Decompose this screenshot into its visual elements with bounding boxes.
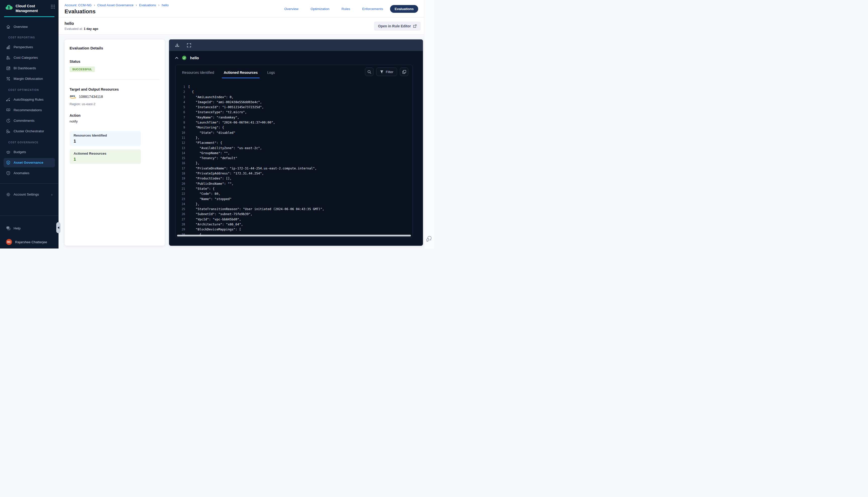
details-heading: Evaluation Details <box>70 46 160 51</box>
code-line: 20 "PublicDnsName": "", <box>176 181 412 186</box>
breadcrumb-link[interactable]: Evaluations <box>139 3 156 7</box>
fullscreen-icon[interactable] <box>187 43 191 47</box>
breadcrumb-link[interactable]: hello <box>162 3 169 7</box>
code-text: [ <box>188 84 190 89</box>
piggy-bank-icon: $ <box>6 150 11 154</box>
chevron-up-icon[interactable] <box>175 57 178 59</box>
code-line: 28 "Architecture": "x86_64", <box>176 222 412 227</box>
code-text: "State": "disabled" <box>188 130 235 135</box>
sidebar-collapse-handle[interactable] <box>56 222 60 233</box>
line-number: 25 <box>176 207 188 212</box>
line-number: 16 <box>176 161 188 166</box>
breadcrumb-separator-icon: › <box>158 3 159 7</box>
code-text: "Code": 80, <box>188 191 220 196</box>
sidebar-item-commitments[interactable]: Commitments <box>3 116 55 126</box>
code-editor[interactable]: 1 [ 2 { 3 "AmiLaunchIndex": 0, 4 "ImageI… <box>176 78 412 237</box>
viewer-tab[interactable]: Resources Identified <box>182 68 214 78</box>
sidebar-item-label: Perspectives <box>14 45 33 49</box>
breadcrumb-link[interactable]: Account: CCM-NG <box>65 3 92 7</box>
success-check-icon <box>182 56 186 60</box>
home-icon <box>6 25 11 29</box>
evaluation-output-panel: hello Resources Identified Actioned Reso… <box>169 39 423 246</box>
sidebar-item-help[interactable]: ? Help <box>3 223 55 233</box>
avatar: RC <box>6 239 12 245</box>
header-nav-tab[interactable]: Rules <box>341 7 350 11</box>
search-icon[interactable] <box>365 68 374 76</box>
filter-button[interactable]: Filter <box>376 68 397 76</box>
code-line: 13 "AvailabilityZone": "us-east-2c", <box>176 146 412 151</box>
code-text: "Tenancy": "default" <box>188 156 237 161</box>
module-grid-icon[interactable] <box>51 4 55 9</box>
sidebar-item-autostopping-rules[interactable]: AutoStopping Rules <box>3 95 55 104</box>
code-text: "PrivateIpAddress": "172.31.44.254", <box>188 171 264 176</box>
viewer-tab[interactable]: Logs <box>267 68 275 78</box>
breadcrumb-segment: Cloud Asset Governance › <box>97 3 137 7</box>
code-line: 11 }, <box>176 135 412 140</box>
code-line: 3 "AmiLaunchIndex": 0, <box>176 95 412 100</box>
status-label: Status <box>70 59 160 63</box>
user-menu[interactable]: RC Rajarshee Chatterjee <box>3 238 55 246</box>
line-number: 15 <box>176 156 188 161</box>
sidebar-item-bi-dashboards[interactable]: BI Dashboards <box>3 63 55 73</box>
collapse-arrow-icon <box>57 226 59 229</box>
evaluated-at: Evaluated at: 1 day ago <box>65 27 98 31</box>
sidebar-item-label: Commitments <box>14 119 34 123</box>
evaluation-row: hello <box>169 51 423 65</box>
sidebar-item-recommendations[interactable]: Recommendations <box>3 105 55 115</box>
gear-icon <box>6 192 11 197</box>
header-nav-tab[interactable]: Optimization <box>310 7 329 11</box>
code-text: { <box>188 89 194 94</box>
header-nav-tab[interactable]: Evaluations <box>390 5 418 13</box>
header-nav-tab[interactable]: Enforcements <box>362 7 383 11</box>
chevron-right-icon: › <box>51 192 53 197</box>
header-nav-tab[interactable]: Overview <box>284 7 298 11</box>
sidebar-item-budgets[interactable]: $ Budgets <box>3 147 55 157</box>
line-number: 29 <box>176 227 188 232</box>
copy-icon[interactable] <box>400 68 408 76</box>
code-text: "LaunchTime": "2024-06-06T04:41:37+00:00… <box>188 120 275 125</box>
code-line: 14 "GroupName": "", <box>176 151 412 156</box>
code-line: 9 "Monitoring": { <box>176 125 412 130</box>
support-chat-icon[interactable] <box>426 236 433 242</box>
download-icon[interactable] <box>175 43 179 47</box>
sidebar-item-label: AutoStopping Rules <box>14 98 43 101</box>
sidebar-item-label: Help <box>14 226 20 230</box>
line-number: 11 <box>176 135 188 140</box>
code-line: 25 "StateTransitionReason": "User initia… <box>176 207 412 212</box>
shield-alert-icon <box>6 171 11 175</box>
sidebar-item-overview[interactable]: Overview <box>3 22 55 32</box>
line-number: 5 <box>176 105 188 110</box>
code-line: 5 "InstanceId": "i-00512145e7372325d", <box>176 105 412 110</box>
viewer-tabs-row: Resources Identified Actioned Resources … <box>176 65 412 78</box>
sidebar-item-cost-categories[interactable]: Cost Categories <box>3 53 55 62</box>
sidebar-item-perspectives[interactable]: Perspectives <box>3 42 55 52</box>
line-number: 7 <box>176 115 188 120</box>
viewer-tab[interactable]: Actioned Resources <box>224 68 258 78</box>
evaluation-name: hello <box>65 22 98 26</box>
breadcrumb-link[interactable]: Cloud Asset Governance <box>97 3 134 7</box>
sidebar-item-label: Cost Categories <box>14 56 38 59</box>
sidebar-item-margin-obfuscation[interactable]: Margin Obfuscation <box>3 74 55 84</box>
sidebar-item-asset-governance[interactable]: $ Asset Governance <box>3 158 55 167</box>
sidebar-item-cluster-orchestrator[interactable]: Cluster Orchestrator <box>3 127 55 136</box>
code-text: "InstanceType": "t2.micro", <box>188 110 247 115</box>
evaluation-identity: hello Evaluated at: 1 day ago <box>65 22 98 31</box>
line-number: 13 <box>176 146 188 151</box>
horizontal-scrollbar[interactable] <box>177 235 411 237</box>
stat-label: Resources Identified <box>74 133 137 137</box>
open-in-rule-editor-label: Open in Rule Editor <box>378 24 411 28</box>
actioned-resources-card: Actioned Resources 1 <box>70 150 141 164</box>
filter-funnel-icon <box>380 70 383 73</box>
sidebar-item-anomalies[interactable]: Anomalies <box>3 168 55 178</box>
code-line: 4 "ImageId": "ami-002438e556dd03e4c", <box>176 100 412 105</box>
viewer-toolbar <box>169 39 423 51</box>
code-line: 7 "KeyName": "randomkey", <box>176 115 412 120</box>
breadcrumb-separator-icon: › <box>94 3 95 7</box>
open-in-rule-editor-button[interactable]: Open in Rule Editor <box>374 22 421 31</box>
sidebar-item-label: Asset Governance <box>14 161 43 165</box>
sidebar-item-label: Budgets <box>14 150 26 154</box>
sidebar-section-cost-reporting: COST REPORTING <box>8 36 58 39</box>
user-name: Rajarshee Chatterjee <box>15 240 47 244</box>
evaluation-subheader: hello Evaluated at: 1 day ago Open in Ru… <box>58 17 424 34</box>
sidebar-item-account-settings[interactable]: Account Settings › <box>3 190 55 199</box>
